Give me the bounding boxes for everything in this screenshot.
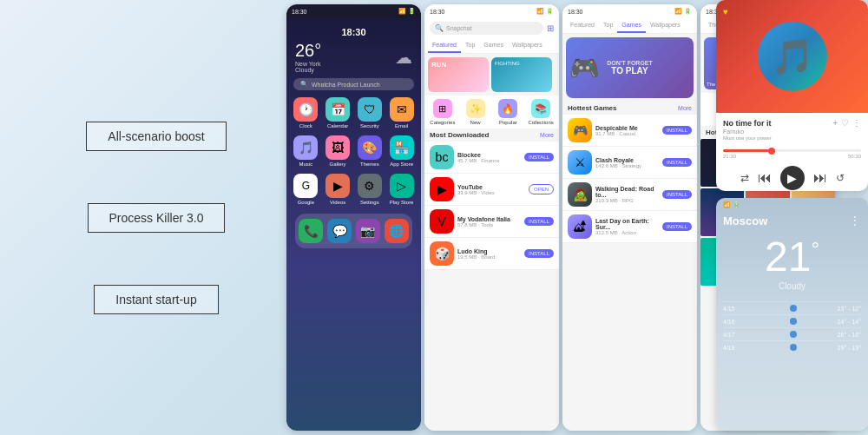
features-panel: All-scenario boost Process Killer 3.0 In… — [0, 0, 295, 435]
game-walking-dead: 🧟 Walking Dead: Road to... 210.3 MB · RP… — [562, 179, 697, 211]
music-add-icon[interactable]: + — [832, 118, 838, 128]
youtube-open-btn[interactable]: OPEN — [529, 184, 554, 194]
music-cover: ♥ 🎵 — [716, 0, 868, 113]
blockee-info: Blockee 45.7 MB · Finance — [457, 152, 521, 163]
dock-phone[interactable]: 📞 — [299, 219, 324, 243]
play-button[interactable]: ▶ — [780, 166, 805, 190]
app-appstore[interactable]: 🏪 App Store — [387, 135, 416, 167]
phone2-search-field[interactable]: 🔍 Snapchat — [430, 22, 543, 35]
game-despicable: 🎮 Despicable Me 91.7 MB · Casual INSTALL — [562, 115, 697, 147]
weather-temp-value: 21 — [765, 234, 811, 280]
forecast-temps-3: 26° - 16° — [838, 332, 861, 338]
phone1-weather-cond: Cloudy — [295, 67, 321, 73]
cat-new[interactable]: ✨ New — [461, 99, 490, 125]
forecast-dot-1 — [790, 305, 797, 312]
time-total: 50:30 — [848, 154, 861, 159]
music-heart-btn[interactable]: ♡ — [841, 118, 849, 128]
music-more-icon[interactable]: ⋮ — [852, 118, 861, 128]
app-music[interactable]: 🎵 Music — [292, 135, 320, 167]
app-google[interactable]: G Google — [292, 174, 320, 205]
phone3-tab-top[interactable]: Top — [599, 18, 617, 33]
repeat-icon[interactable]: ↺ — [836, 172, 845, 184]
phone1-temp: 26° — [295, 41, 321, 61]
tab-top[interactable]: Top — [461, 38, 479, 53]
vodafone-icon: V — [430, 209, 454, 234]
app-clock[interactable]: 🕐 Clock — [292, 97, 320, 129]
cat-categories[interactable]: ⊞ Categories — [428, 99, 457, 125]
phone2-categories: ⊞ Categories ✨ New 🔥 Popular 📚 Collectio… — [424, 96, 559, 129]
weather-degree: ° — [811, 237, 819, 260]
dock-camera[interactable]: 📷 — [356, 219, 381, 243]
phone3-tab-games[interactable]: Games — [617, 18, 646, 33]
phone-games: 18:30 📶 🔋 Featured Top Games Wallpapers … — [562, 4, 697, 431]
app-gallery[interactable]: 🖼 Gallery — [324, 135, 352, 167]
phone3-tab-wallpapers[interactable]: Wallpapers — [646, 18, 685, 33]
next-icon[interactable]: ⏭ — [813, 170, 827, 186]
banner-1: RUN — [428, 57, 489, 92]
weather-statusbar: 18:30 📶 🔋 — [716, 198, 868, 212]
forecast-day-1: 4/15 — [723, 306, 749, 312]
forecast-row-4: 4/18 29° - 19° — [723, 340, 861, 353]
phone3-section-header: Hottest Games More — [562, 102, 697, 115]
weather-forecast: 4/15 23° - 12° 4/16 24° - 14° 4/17 26° -… — [716, 298, 868, 357]
game-lastday: 🏕 Last Day on Earth: Sur... 312.5 MB · A… — [562, 211, 697, 243]
app-playstore[interactable]: ▷ Play Store — [387, 174, 416, 205]
feature-label-2: Process Killer 3.0 — [88, 203, 226, 233]
forecast-row-2: 4/16 24° - 14° — [723, 314, 861, 327]
lastday-install-btn[interactable]: INSTALL — [662, 222, 692, 231]
youtube-icon: ▶ — [430, 177, 454, 201]
blockee-size: 45.7 MB · Finance — [457, 158, 521, 163]
youtube-size: 33.9 MB · Video — [457, 190, 525, 195]
phone3-bg: 18:30 📶 🔋 Featured Top Games Wallpapers … — [562, 4, 697, 431]
phone3-banner-text: DON'T FORGET TO PLAY — [607, 60, 653, 76]
cat-popular[interactable]: 🔥 Popular — [494, 99, 523, 125]
phone-homescreen: 18:30 📶 🔋 18:30 26° New York Cloudy ☁ 🔍 … — [286, 4, 421, 431]
weather-temp: 21° — [716, 229, 868, 281]
blockee-install-btn[interactable]: INSTALL — [524, 153, 554, 161]
despicable-install-btn[interactable]: INSTALL — [662, 126, 692, 135]
tab-featured[interactable]: Featured — [428, 38, 461, 53]
app-settings[interactable]: ⚙ Settings — [356, 174, 385, 205]
clash-install-btn[interactable]: INSTALL — [662, 158, 692, 167]
phone3-tab-featured[interactable]: Featured — [566, 18, 599, 33]
phone2-more[interactable]: More — [540, 132, 554, 138]
forecast-temps-4: 29° - 19° — [838, 345, 861, 351]
shuffle-icon[interactable]: ⇄ — [740, 172, 749, 184]
tab-wallpapers[interactable]: Wallpapers — [508, 38, 547, 53]
phone1-location: New York — [295, 61, 321, 67]
phone1-apps-row3: G Google ▶ Videos ⚙ Settings ▷ Play Stor… — [292, 170, 416, 208]
phone2-tabs: Featured Top Games Wallpapers — [424, 38, 559, 54]
phone3-statusbar: 18:30 📶 🔋 — [562, 4, 697, 18]
ludo-icon: 🎲 — [430, 241, 454, 266]
ludo-install-btn[interactable]: INSTALL — [524, 249, 554, 258]
walkingdead-icon: 🧟 — [568, 182, 592, 207]
feature-label-1: All-scenario boost — [86, 122, 226, 151]
music-player: ♥ 🎵 No time for it + ♡ ⋮ Farruko Must us… — [716, 0, 868, 191]
tab-games[interactable]: Games — [479, 38, 508, 53]
phone3-signal: 📶 🔋 — [674, 8, 692, 15]
phone2-statusbar: 18:30 📶 🔋 — [424, 4, 559, 18]
weather-condition: Cloudy — [716, 281, 868, 291]
weather-more-icon[interactable]: ⋮ — [849, 214, 861, 227]
dock-browser[interactable]: 🌐 — [384, 219, 409, 243]
weather-status-signal: 📶 🔋 — [723, 201, 740, 208]
phone2-filter-icon[interactable]: ⊞ — [547, 23, 554, 33]
phone1-search[interactable]: 🔍 Whatcha Product Launch — [293, 78, 414, 90]
dock-messages[interactable]: 💬 — [327, 219, 352, 243]
phone3-game-icon: 🎮 — [569, 54, 600, 82]
app-themes[interactable]: 🎨 Themes — [356, 135, 385, 167]
app-email[interactable]: ✉ Email — [387, 97, 416, 129]
prev-icon[interactable]: ⏮ — [758, 170, 772, 186]
forecast-day-3: 4/17 — [723, 332, 749, 338]
app-videos[interactable]: ▶ Videos — [324, 174, 352, 205]
phone3-more[interactable]: More — [678, 105, 692, 111]
app-ludo: 🎲 Ludo King 19.5 MB · Board INSTALL — [424, 238, 559, 270]
vodafone-install-btn[interactable]: INSTALL — [524, 217, 554, 226]
phone2-search-bar: 🔍 Snapchat ⊞ — [424, 18, 559, 38]
cat-collections[interactable]: 📚 Collections — [526, 99, 556, 125]
music-progress[interactable]: 21:30 50:30 — [716, 146, 868, 162]
app-calendar[interactable]: 📅 Calendar — [324, 97, 352, 129]
walkingdead-install-btn[interactable]: INSTALL — [662, 190, 692, 199]
blockee-icon: bc — [430, 145, 454, 169]
app-security[interactable]: 🛡 Security — [356, 97, 385, 129]
